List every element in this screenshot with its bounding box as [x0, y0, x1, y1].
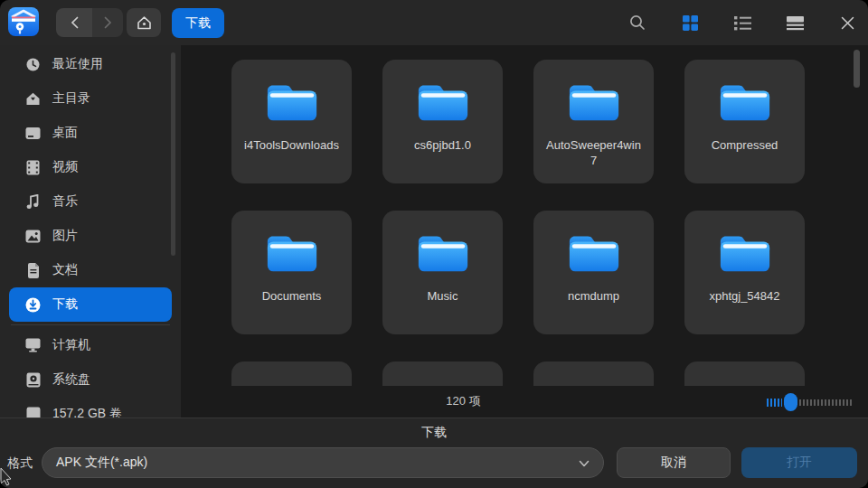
toolbar-right-icons: [627, 0, 857, 45]
file-grid: i4ToolsDownloads cs6pjbd1.0 AutoSweeper4…: [181, 45, 868, 418]
sidebar-item-pictures[interactable]: 图片: [9, 219, 172, 253]
folder-icon: [717, 230, 773, 276]
sidebar-item-label: 视频: [52, 159, 78, 175]
folder-icon: [566, 230, 622, 276]
slider-ticks-active: [767, 399, 782, 407]
folder-name: cs6pjbd1.0: [394, 137, 492, 153]
back-icon: [71, 16, 79, 29]
download-icon: [25, 297, 41, 313]
item-count: 120 项: [181, 393, 746, 409]
folder-item[interactable]: AutoSweeper4win7: [533, 60, 654, 183]
close-button[interactable]: [837, 13, 857, 33]
chevron-down-icon: [578, 457, 590, 470]
sidebar-item-music[interactable]: 音乐: [9, 184, 172, 219]
folder-item[interactable]: ncmdump: [533, 211, 654, 334]
current-folder-title: 下载: [0, 425, 868, 441]
sidebar-item-computer[interactable]: 计算机: [9, 328, 172, 362]
detail-view-icon: [787, 15, 804, 31]
folder-item[interactable]: Documents: [231, 211, 352, 334]
app-logo-icon: [7, 5, 40, 38]
sidebar-item-label: 主目录: [52, 90, 90, 107]
computer-icon: [25, 338, 41, 353]
detail-view-button[interactable]: [785, 13, 805, 33]
search-button[interactable]: [627, 13, 647, 33]
mouse-cursor: [0, 466, 12, 488]
sidebar-item-label: 图片: [52, 228, 78, 244]
search-icon: [628, 14, 646, 32]
folder-name: Documents: [243, 288, 341, 304]
sidebar-item-volume[interactable]: 157.2 GB 卷: [9, 397, 172, 418]
sidebar-item-label: 最近使用: [52, 56, 103, 72]
slider-ticks-inactive: [799, 399, 852, 406]
folder-name: i4ToolsDownloads: [243, 137, 341, 153]
folder-icon: [264, 80, 320, 125]
sidebar-item-label: 音乐: [52, 193, 78, 210]
home-button[interactable]: [127, 8, 161, 37]
home-icon: [25, 91, 41, 107]
tab-current-location[interactable]: 下载: [172, 8, 224, 38]
list-view-button[interactable]: [732, 13, 752, 33]
sidebar-item-label: 下载: [52, 296, 78, 313]
sidebar-item-videos[interactable]: 视频: [9, 150, 172, 184]
open-button[interactable]: 打开: [741, 447, 857, 478]
sidebar-item-desktop[interactable]: 桌面: [9, 116, 172, 150]
open-button-label: 打开: [787, 455, 812, 471]
icon-size-slider[interactable]: [767, 393, 852, 411]
sidebar-item-home[interactable]: 主目录: [9, 81, 172, 116]
sidebar-item-downloads[interactable]: 下载: [9, 287, 172, 322]
sidebar: 最近使用 主目录 桌面 视频 音乐 图片 文档 下载: [0, 45, 181, 418]
cancel-button[interactable]: 取消: [617, 447, 731, 478]
close-icon: [841, 16, 854, 30]
back-button[interactable]: [56, 8, 92, 37]
sidebar-item-recent[interactable]: 最近使用: [9, 47, 172, 81]
folder-item[interactable]: i4ToolsDownloads: [231, 60, 352, 183]
status-bar: 120 项: [181, 386, 868, 418]
sidebar-item-label: 157.2 GB 卷: [52, 406, 122, 418]
format-dropdown[interactable]: APK 文件(*.apk): [42, 447, 604, 478]
sidebar-item-label: 计算机: [52, 337, 90, 353]
file-dialog-window: 下载 最近使用 主目录: [0, 0, 868, 488]
clock-icon: [25, 57, 41, 72]
tab-label: 下载: [185, 15, 211, 32]
folder-item[interactable]: Music: [382, 211, 503, 334]
sidebar-scrollbar[interactable]: [171, 52, 175, 256]
forward-icon: [104, 16, 112, 29]
toolbar: 下载: [0, 0, 868, 45]
video-icon: [25, 160, 41, 175]
disk-icon: [25, 372, 41, 388]
sidebar-separator: [11, 324, 170, 325]
nav-button-group: [56, 8, 123, 37]
list-view-icon: [734, 15, 751, 31]
dialog-footer: 下载 格式 APK 文件(*.apk) 取消 打开: [0, 418, 868, 488]
folder-icon: [566, 80, 622, 125]
volume-icon: [25, 407, 41, 418]
folder-name: AutoSweeper4win7: [545, 137, 643, 168]
sidebar-item-documents[interactable]: 文档: [9, 253, 172, 287]
document-icon: [25, 263, 41, 278]
grid-view-button[interactable]: [680, 13, 700, 33]
folder-name: xphtgj_54842: [696, 288, 794, 304]
slider-handle[interactable]: [784, 393, 797, 411]
forward-button[interactable]: [92, 8, 123, 37]
home-icon: [137, 15, 152, 31]
folder-item[interactable]: Compressed: [684, 60, 805, 183]
sidebar-item-label: 系统盘: [52, 371, 90, 388]
music-icon: [25, 194, 41, 210]
folder-icon: [717, 80, 773, 125]
grid-scrollbar[interactable]: [854, 50, 860, 88]
folder-icon: [415, 80, 471, 125]
sidebar-item-label: 桌面: [52, 125, 78, 141]
format-value: APK 文件(*.apk): [56, 455, 147, 471]
folder-icon: [264, 230, 320, 276]
sidebar-item-system-disk[interactable]: 系统盘: [9, 362, 172, 397]
folder-name: Music: [394, 288, 492, 304]
folder-icon: [415, 230, 471, 276]
grid-view-icon: [682, 14, 699, 32]
folder-name: ncmdump: [545, 288, 643, 304]
image-icon: [25, 229, 41, 244]
folder-name: Compressed: [696, 137, 794, 153]
folder-item[interactable]: xphtgj_54842: [684, 211, 805, 334]
folder-item[interactable]: cs6pjbd1.0: [382, 60, 503, 183]
desktop-icon: [25, 126, 41, 141]
sidebar-item-label: 文档: [52, 262, 78, 278]
